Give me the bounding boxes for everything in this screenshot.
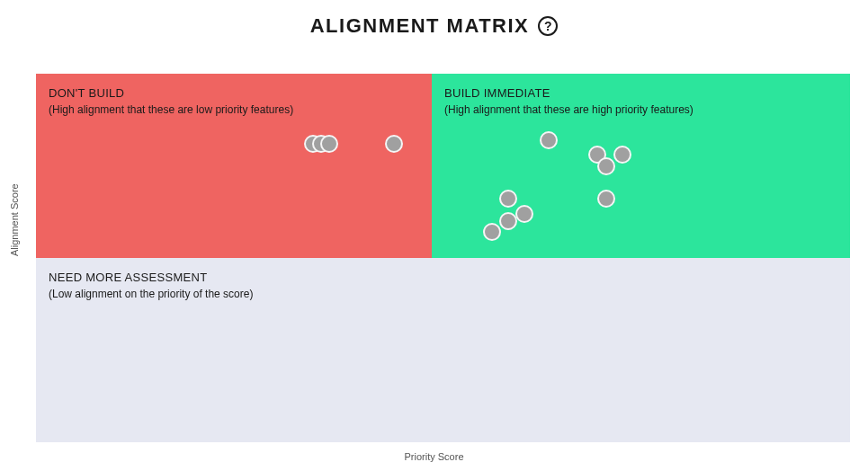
y-axis-label: Alignment Score bbox=[9, 183, 20, 256]
title-row: ALIGNMENT MATRIX ? bbox=[0, 14, 868, 38]
quadrant-title: DON'T BUILD bbox=[49, 86, 419, 100]
quadrant-subtitle: (High alignment that these are low prior… bbox=[49, 103, 419, 116]
quadrant-need-more: NEED MORE ASSESSMENT (Low alignment on t… bbox=[36, 258, 850, 442]
feature-dot[interactable] bbox=[385, 135, 403, 153]
feature-dot[interactable] bbox=[597, 157, 615, 175]
quadrant-title: BUILD IMMEDIATE bbox=[444, 86, 837, 100]
x-axis-label: Priority Score bbox=[0, 451, 868, 462]
feature-dot[interactable] bbox=[540, 131, 558, 149]
quadrant-subtitle: (High alignment that these are high prio… bbox=[444, 103, 837, 116]
help-icon[interactable]: ? bbox=[538, 16, 558, 36]
page-title: ALIGNMENT MATRIX bbox=[310, 14, 530, 38]
quadrant-dont-build: DON'T BUILD (High alignment that these a… bbox=[36, 74, 432, 258]
feature-dot[interactable] bbox=[613, 146, 631, 164]
feature-dot[interactable] bbox=[499, 190, 517, 208]
feature-dot[interactable] bbox=[515, 205, 533, 223]
feature-dot[interactable] bbox=[499, 212, 517, 230]
feature-dot[interactable] bbox=[597, 190, 615, 208]
feature-dot[interactable] bbox=[483, 223, 501, 241]
quadrant-subtitle: (Low alignment on the priority of the sc… bbox=[49, 288, 837, 300]
feature-dot[interactable] bbox=[320, 135, 338, 153]
alignment-matrix: DON'T BUILD (High alignment that these a… bbox=[36, 74, 850, 442]
quadrant-title: NEED MORE ASSESSMENT bbox=[49, 271, 837, 284]
